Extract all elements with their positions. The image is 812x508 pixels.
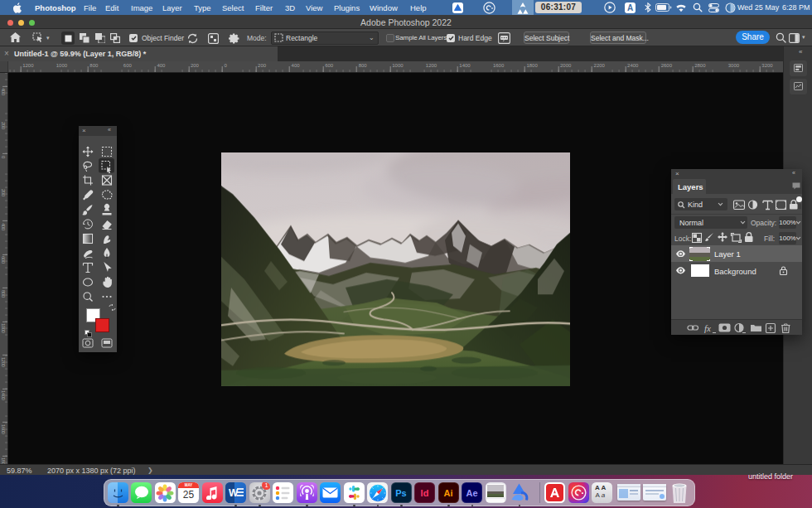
svg-text:fx: fx <box>704 322 711 332</box>
